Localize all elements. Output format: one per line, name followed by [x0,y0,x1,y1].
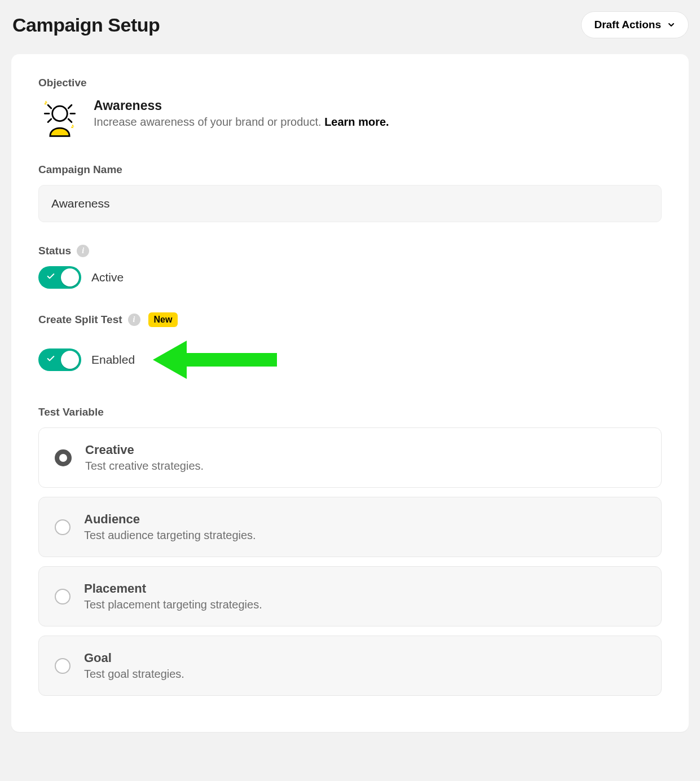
campaign-setup-card: Objective Awareness Increase awareness o… [11,54,689,732]
radio-icon [55,589,71,604]
status-toggle[interactable] [38,266,81,289]
radio-selected-icon [55,449,72,466]
option-desc: Test goal strategies. [84,668,184,681]
status-label: Status i [38,245,662,257]
arrow-annotation [153,337,277,382]
info-icon[interactable]: i [77,245,89,257]
option-audience[interactable]: Audience Test audience targeting strateg… [38,497,662,557]
radio-icon [55,519,71,535]
chevron-down-icon [667,20,676,29]
option-goal[interactable]: Goal Test goal strategies. [38,636,662,696]
option-desc: Test audience targeting strategies. [84,529,256,542]
option-desc: Test placement targeting strategies. [84,598,262,611]
svg-line-3 [48,105,51,108]
option-title: Goal [84,651,184,665]
svg-marker-7 [44,101,47,105]
toggle-knob [61,268,79,286]
option-title: Audience [84,512,256,527]
campaign-name-input[interactable] [38,185,662,222]
toggle-knob [61,351,79,369]
option-placement[interactable]: Placement Test placement targeting strat… [38,566,662,626]
objective-title: Awareness [94,98,389,113]
test-variable-label: Test Variable [38,406,662,418]
split-test-value: Enabled [91,353,135,367]
option-title: Creative [85,443,204,457]
draft-actions-button[interactable]: Draft Actions [581,11,689,38]
radio-icon [55,658,71,674]
svg-line-6 [68,119,72,122]
option-desc: Test creative strategies. [85,460,204,473]
objective-description: Increase awareness of your brand or prod… [94,116,389,129]
svg-marker-9 [153,341,277,379]
page-title: Campaign Setup [12,14,160,36]
campaign-name-label: Campaign Name [38,164,662,176]
info-icon[interactable]: i [128,314,140,326]
option-creative[interactable]: Creative Test creative strategies. [38,427,662,488]
split-test-label: Create Split Test i [38,314,140,326]
option-title: Placement [84,581,262,596]
svg-line-4 [68,105,72,108]
awareness-icon [38,98,81,138]
check-icon [46,354,55,365]
status-value: Active [91,271,124,284]
svg-point-0 [52,106,68,121]
new-badge: New [148,312,178,327]
check-icon [46,272,55,283]
objective-label: Objective [38,77,662,89]
draft-actions-label: Draft Actions [594,19,661,31]
learn-more-link[interactable]: Learn more. [324,116,389,128]
split-test-toggle[interactable] [38,348,81,371]
svg-marker-8 [71,124,74,128]
svg-line-5 [48,119,51,122]
